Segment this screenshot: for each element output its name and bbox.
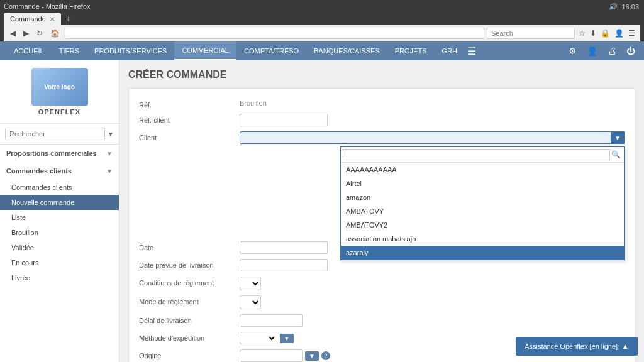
power-icon[interactable]: ⏻ (624, 43, 638, 58)
dropdown-item-5[interactable]: association mahatsinjo (341, 232, 624, 246)
page-title: CRÉER COMMANDE (128, 69, 635, 80)
ref-client-label: Réf. client (139, 114, 240, 124)
dropdown-item-2[interactable]: amazon (341, 190, 624, 204)
nav-compta[interactable]: COMPTA/TRÉSO (236, 42, 306, 60)
sidebar-item-brouillon[interactable]: Brouillon (0, 225, 119, 240)
sidebar-section-commandes: Commandes clients ▼ Commandes clients No… (0, 162, 119, 285)
download-button[interactable]: ⬇ (589, 28, 597, 39)
client-row: Client ▼ 🔍 AA (139, 131, 625, 144)
dropdown-item-4[interactable]: AMBATOVY2 (341, 218, 624, 232)
delivery-date-row: Date prévue de livraison (139, 259, 625, 272)
mode-row: Mode de règlement (139, 295, 625, 309)
system-icons: 🔊 (609, 3, 618, 11)
sidebar-item-validee[interactable]: Validée (0, 240, 119, 255)
sidebar-item-commandes-clients[interactable]: Commandes clients (0, 180, 119, 195)
print-icon[interactable]: 🖨 (605, 43, 619, 58)
sidebar-commandes-title[interactable]: Commandes clients ▼ (0, 162, 119, 180)
dropdown-item-6[interactable]: azaraly (341, 246, 624, 260)
delay-row: Délai de livraison (139, 314, 625, 327)
commandes-arrow: ▼ (106, 168, 113, 175)
dropdown-search-input[interactable] (343, 149, 610, 160)
expedition-select[interactable] (240, 332, 277, 344)
nav-grh[interactable]: GRH (434, 42, 464, 60)
sidebar-logo: Votre logo OPENFLEX (0, 60, 119, 124)
date-input[interactable] (240, 241, 328, 254)
sidebar-search-input[interactable] (5, 128, 105, 140)
reload-button[interactable]: ↻ (34, 28, 45, 39)
menu-button[interactable]: ☰ (627, 28, 636, 39)
mode-label: Mode de règlement (139, 295, 240, 305)
delay-label: Délai de livraison (139, 314, 240, 324)
nav-projets[interactable]: PROJETS (387, 42, 435, 60)
ref-value: Brouillon (240, 97, 267, 109)
logo-box: Votre logo (31, 68, 88, 106)
origine-label: Origine (139, 349, 240, 359)
home-button[interactable]: 🏠 (48, 28, 62, 39)
client-label: Client (139, 131, 240, 141)
top-navigation: ACCUEIL TIERS PRODUITS/SERVICES COMMERCI… (0, 41, 644, 60)
client-dropdown-arrow[interactable]: ▼ (611, 131, 625, 144)
delay-input[interactable] (240, 314, 303, 327)
dropdown-item-3[interactable]: AMBATOVY (341, 204, 624, 218)
dropdown-item-1[interactable]: Airtel (341, 177, 624, 190)
nav-produits[interactable]: PRODUITS/SERVICES (87, 42, 174, 60)
lock-button[interactable]: 🔒 (599, 28, 611, 39)
client-input[interactable] (240, 131, 625, 144)
date-label: Date (139, 241, 240, 251)
new-tab-button[interactable]: + (62, 13, 75, 25)
bookmark-button[interactable]: ☆ (577, 28, 587, 39)
dropdown-item-0[interactable]: AAAAAAAAAAA (341, 163, 624, 177)
ref-label: Réf. (139, 99, 240, 109)
assistance-label: Assistance Openflex [en ligne] (525, 343, 618, 350)
form-card: Réf. Brouillon Réf. client Client (128, 88, 635, 362)
nav-commercial[interactable]: COMMERCIAL (174, 41, 236, 60)
conditions-label: Conditions de règlement (139, 277, 240, 287)
sidebar-search-arrow[interactable]: ▼ (108, 131, 114, 138)
origine-arrow-button[interactable]: ▼ (305, 351, 319, 361)
expedition-label: Méthode d'expédition (139, 332, 240, 342)
delivery-date-label: Date prévue de livraison (139, 259, 240, 269)
tab-label: Commande (10, 15, 46, 23)
origine-input[interactable] (240, 349, 303, 362)
dropdown-search-icon: 🔍 (610, 149, 622, 160)
sidebar-section-propositions: Propositions commerciales ▼ (0, 145, 119, 162)
client-dropdown: 🔍 AAAAAAAAAAA Airtel amazon AMBATOVY AMB… (340, 146, 625, 260)
assistance-expand-icon: ▲ (621, 342, 629, 351)
brand-name: OPENFLEX (8, 108, 111, 116)
tab-close[interactable]: ✕ (50, 16, 55, 23)
nav-tiers[interactable]: TIERS (52, 42, 87, 60)
browser-search[interactable] (487, 28, 575, 39)
propositions-arrow: ▼ (106, 150, 113, 157)
origine-help-icon[interactable]: ? (321, 351, 330, 360)
nav-accueil[interactable]: ACCUEIL (6, 42, 52, 60)
ref-client-row: Réf. client (139, 114, 625, 126)
dropdown-list: AAAAAAAAAAA Airtel amazon AMBATOVY AMBAT… (341, 163, 624, 260)
sidebar-search-container: ▼ (0, 124, 119, 145)
sidebar-propositions-title[interactable]: Propositions commerciales ▼ (0, 145, 119, 162)
sidebar: Votre logo OPENFLEX ▼ Propositions comme… (0, 60, 119, 362)
conditions-row: Conditions de règlement (139, 277, 625, 290)
nav-banques[interactable]: BANQUES/CAISSES (306, 42, 387, 60)
sidebar-item-nouvelle-commande[interactable]: Nouvelle commande (0, 195, 119, 210)
url-bar[interactable]: https://formation.openflex.cloud/command… (65, 28, 484, 39)
sidebar-item-livree[interactable]: Livrée (0, 270, 119, 285)
assistance-button[interactable]: Assistance Openflex [en ligne] ▲ (516, 337, 638, 356)
dropdown-search-container: 🔍 (341, 147, 624, 163)
ref-row: Réf. Brouillon (139, 99, 625, 109)
sidebar-item-liste[interactable]: Liste (0, 210, 119, 225)
mode-select[interactable] (240, 295, 261, 309)
sidebar-item-en-cours[interactable]: En cours (0, 255, 119, 270)
delivery-date-input[interactable] (240, 259, 328, 272)
conditions-select[interactable] (240, 277, 261, 290)
forward-button[interactable]: ▶ (21, 28, 31, 39)
client-select-wrapper: ▼ (240, 131, 625, 144)
back-button[interactable]: ◀ (8, 28, 18, 39)
browser-title: Commande - Mozilla Firefox (4, 3, 91, 10)
settings-icon[interactable]: ⚙ (566, 43, 579, 58)
expedition-arrow-button[interactable]: ▼ (280, 334, 294, 343)
hamburger-icon[interactable]: ☰ (465, 43, 479, 60)
browser-tab[interactable]: Commande ✕ (4, 13, 61, 25)
ref-client-input[interactable] (240, 114, 328, 126)
user-button[interactable]: 👤 (613, 28, 625, 39)
user-icon[interactable]: 👤 (584, 43, 600, 58)
